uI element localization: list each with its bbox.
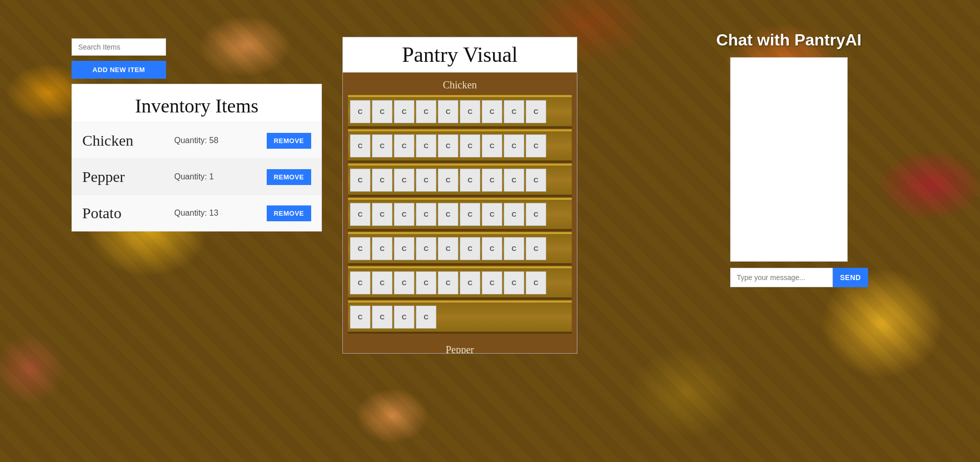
shelf-item-tile: C [394, 134, 414, 157]
shelf-item-tile: C [372, 237, 392, 260]
shelf-item-tile: C [438, 237, 458, 260]
shelf: CCCCCCCCC [348, 164, 572, 197]
shelf-item-tile: C [372, 271, 392, 294]
inventory-list-item: PotatoQuantity: 13REMOVE [72, 195, 321, 231]
pantry-section: PepperP [343, 337, 577, 353]
shelf-item-tile: C [416, 169, 436, 192]
item-name: Potato [82, 204, 174, 222]
shelf-item-tile: C [504, 203, 524, 226]
inventory-list-item: PepperQuantity: 1REMOVE [72, 158, 321, 195]
shelf-item-tile: C [526, 134, 546, 157]
shelf: CCCCCCCCC [348, 129, 572, 163]
item-quantity: Quantity: 58 [174, 136, 267, 145]
pantry-body: ChickenCCCCCCCCCCCCCCCCCCCCCCCCCCCCCCCCC… [343, 73, 577, 353]
shelf-item-tile: C [482, 203, 502, 226]
chat-input[interactable] [730, 268, 833, 287]
shelf-item-tile: C [416, 306, 436, 329]
inventory-list-item: ChickenQuantity: 58REMOVE [72, 122, 321, 158]
item-quantity: Quantity: 13 [174, 209, 267, 218]
shelf: CCCCCCCCC [348, 95, 572, 128]
shelf-item-tile: C [482, 134, 502, 157]
shelf-item-tile: C [460, 134, 480, 157]
shelf-row: CCCC [350, 305, 570, 330]
shelf: CCCC [348, 301, 572, 334]
shelf-item-tile: C [460, 169, 480, 192]
shelf-item-tile: C [350, 237, 370, 260]
right-area: Chat with PantryAI SEND [577, 0, 980, 297]
shelf-item-tile: C [526, 169, 546, 192]
shelf-item-tile: C [350, 271, 370, 294]
pantry-visual-title: Pantry Visual [343, 37, 577, 73]
shelf-item-tile: C [394, 306, 414, 329]
search-input[interactable] [72, 38, 166, 56]
shelf-item-tile: C [438, 271, 458, 294]
shelf-item-tile: C [350, 100, 370, 123]
shelf-item-tile: C [482, 237, 502, 260]
shelf-item-tile: C [416, 237, 436, 260]
shelf-item-tile: C [372, 169, 392, 192]
shelf-item-tile: C [438, 100, 458, 123]
left-area: ADD NEW ITEM Inventory Items ChickenQuan… [0, 0, 337, 242]
chat-messages-area [730, 57, 848, 262]
shelf-item-tile: C [438, 169, 458, 192]
shelf-item-tile: C [460, 203, 480, 226]
shelf-section-label: Pepper [348, 341, 572, 353]
shelf-row: CCCCCCCCC [350, 202, 570, 227]
shelf-item-tile: C [504, 271, 524, 294]
add-new-item-button[interactable]: ADD NEW ITEM [72, 61, 166, 79]
pantry-panel: Pantry Visual ChickenCCCCCCCCCCCCCCCCCCC… [342, 37, 577, 354]
shelf-item-tile: C [394, 203, 414, 226]
inventory-list: ChickenQuantity: 58REMOVEPepperQuantity:… [72, 122, 321, 231]
shelf-item-tile: C [504, 100, 524, 123]
shelf-item-tile: C [350, 306, 370, 329]
shelf-row: CCCCCCCCC [350, 133, 570, 158]
remove-item-button[interactable]: REMOVE [267, 205, 311, 221]
item-name: Pepper [82, 168, 174, 186]
inventory-title: Inventory Items [72, 84, 321, 122]
shelf-row: CCCCCCCCC [350, 270, 570, 295]
shelf-item-tile: C [504, 169, 524, 192]
shelf-item-tile: C [350, 169, 370, 192]
shelf-item-tile: C [482, 271, 502, 294]
shelf-item-tile: C [460, 100, 480, 123]
shelf: CCCCCCCCC [348, 266, 572, 299]
shelf-item-tile: C [416, 203, 436, 226]
shelf-item-tile: C [526, 271, 546, 294]
send-button[interactable]: SEND [833, 268, 868, 287]
shelf-item-tile: C [350, 203, 370, 226]
remove-item-button[interactable]: REMOVE [267, 133, 311, 149]
pantry-section: ChickenCCCCCCCCCCCCCCCCCCCCCCCCCCCCCCCCC… [343, 73, 577, 337]
shelf-item-tile: C [416, 271, 436, 294]
shelf: CCCCCCCCC [348, 232, 572, 265]
shelf-item-tile: C [372, 100, 392, 123]
shelf-item-tile: C [372, 306, 392, 329]
middle-area: Pantry Visual ChickenCCCCCCCCCCCCCCCCCCC… [337, 0, 577, 354]
shelf-item-tile: C [394, 237, 414, 260]
shelf-item-tile: C [482, 169, 502, 192]
shelf-item-tile: C [482, 100, 502, 123]
shelf-item-tile: C [504, 237, 524, 260]
shelf-item-tile: C [438, 134, 458, 157]
shelf-item-tile: C [504, 134, 524, 157]
shelf-row: CCCCCCCCC [350, 99, 570, 124]
shelf-item-tile: C [526, 203, 546, 226]
shelf-item-tile: C [460, 271, 480, 294]
ui-layer: ADD NEW ITEM Inventory Items ChickenQuan… [0, 0, 980, 462]
shelf-item-tile: C [460, 237, 480, 260]
shelf-item-tile: C [438, 203, 458, 226]
shelf-item-tile: C [350, 134, 370, 157]
remove-item-button[interactable]: REMOVE [267, 169, 311, 185]
shelf: CCCCCCCCC [348, 198, 572, 231]
shelf-item-tile: C [526, 237, 546, 260]
shelf-item-tile: C [416, 134, 436, 157]
shelf-item-tile: C [526, 100, 546, 123]
shelf-section-label: Chicken [348, 77, 572, 95]
shelf-row: CCCCCCCCC [350, 168, 570, 193]
shelf-row: CCCCCCCCC [350, 236, 570, 261]
shelf-item-tile: C [394, 271, 414, 294]
inventory-panel: Inventory Items ChickenQuantity: 58REMOV… [72, 84, 322, 232]
shelf-item-tile: C [394, 169, 414, 192]
chat-title: Chat with PantryAI [716, 31, 861, 50]
chat-input-row: SEND [730, 268, 848, 287]
item-quantity: Quantity: 1 [174, 172, 267, 181]
